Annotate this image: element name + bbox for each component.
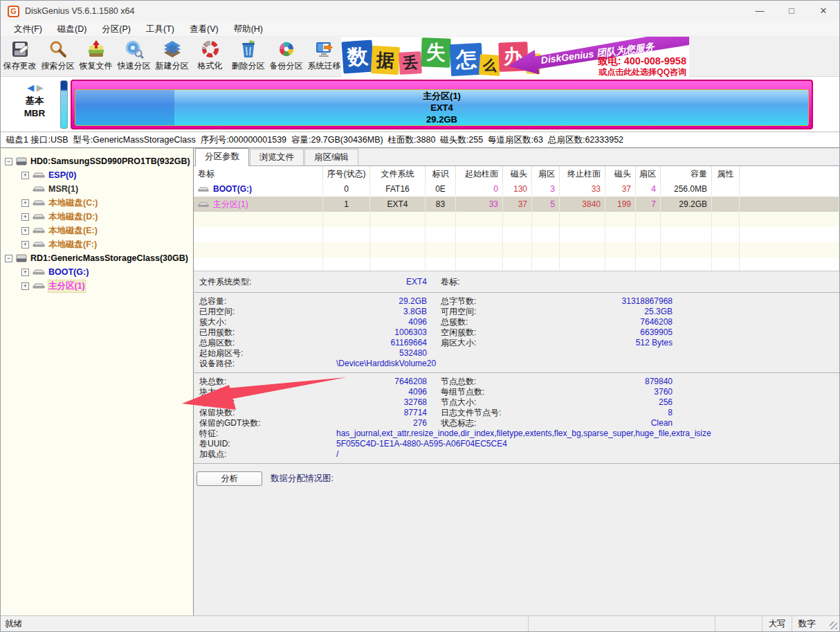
- partition-icon: [33, 240, 45, 249]
- system-migration-icon: [315, 39, 334, 60]
- right-panel: 分区参数 浏览文件 扇区编辑 卷标序号(状态) 文件系统标识 起始柱面磁头 扇区…: [194, 148, 839, 615]
- status-numlock: 数字: [792, 616, 821, 631]
- detail-label: 空闲簇数:: [441, 327, 565, 338]
- detail-label: 已用空间:: [199, 307, 336, 317]
- tab-browse-files[interactable]: 浏览文件: [250, 149, 304, 165]
- detail-label: 扇区大小:: [441, 338, 565, 348]
- delete-partition-button[interactable]: 删除分区: [229, 37, 267, 76]
- detail-value: 4096: [336, 317, 427, 327]
- tree-item-boot-g[interactable]: + BOOT(G:): [1, 265, 193, 279]
- tree-item-msr[interactable]: MSR(1): [1, 182, 193, 196]
- menu-disk[interactable]: 磁盘(D): [50, 21, 94, 37]
- backup-partition-button[interactable]: 备份分区: [267, 37, 305, 76]
- tree-item-local-f[interactable]: + 本地磁盘(F:): [1, 237, 193, 251]
- features-label: 特征:: [199, 428, 336, 439]
- app-logo-icon: G: [8, 6, 19, 17]
- status-segment: [715, 616, 762, 631]
- disk-bar[interactable]: 主分区(1) EXT4 29.2GB: [71, 80, 813, 129]
- tab-partition-parameters[interactable]: 分区参数: [195, 148, 249, 166]
- toolbar-label: 新建分区: [156, 60, 189, 72]
- collapse-icon[interactable]: −: [5, 255, 12, 262]
- tree-item-esp[interactable]: + ESP(0): [1, 168, 193, 182]
- expand-icon[interactable]: +: [21, 227, 29, 235]
- toolbar-label: 保存更改: [3, 60, 37, 72]
- detail-label: 保留的GDT块数:: [199, 418, 336, 428]
- partition-icon: [33, 226, 45, 235]
- ad-banner[interactable]: 数 据 丢 失 怎 么 办 ! DiskGenius 团队为您服务 致电: 40…: [341, 37, 689, 77]
- search-partition-icon: [48, 39, 68, 60]
- partition-icon: [33, 185, 45, 193]
- expand-icon[interactable]: +: [21, 269, 29, 276]
- quick-partition-button[interactable]: 快速分区: [115, 37, 153, 76]
- partition-filesystem: EXT4: [430, 102, 453, 114]
- resize-grip[interactable]: [821, 616, 839, 631]
- close-button[interactable]: ✕: [807, 1, 839, 21]
- analyze-button[interactable]: 分析: [197, 471, 262, 486]
- new-partition-button[interactable]: 新建分区: [153, 37, 191, 76]
- minimize-button[interactable]: —: [744, 1, 776, 21]
- tree-item-local-e[interactable]: + 本地磁盘(E:): [1, 224, 193, 237]
- detail-value: Clean: [565, 418, 673, 428]
- tree-item-primary-partition[interactable]: + 主分区(1): [1, 279, 193, 293]
- toolbar-label: 格式化: [198, 60, 223, 72]
- detail-label: 起始扇区号:: [199, 348, 336, 359]
- system-migration-button[interactable]: 系统迁移: [305, 37, 343, 76]
- toolbar-label: 恢复文件: [80, 60, 113, 72]
- toolbar-label: 快速分区: [118, 60, 151, 72]
- search-partition-button[interactable]: 搜索分区: [39, 37, 77, 76]
- partition-block[interactable]: 主分区(1) EXT4 29.2GB: [75, 89, 809, 126]
- detail-label: 节点总数:: [441, 377, 565, 387]
- expand-icon[interactable]: +: [21, 172, 29, 179]
- ad-qq-link[interactable]: 或点击此处选择QQ咨询: [599, 66, 686, 77]
- tree-item-local-c[interactable]: + 本地磁盘(C:): [1, 196, 193, 210]
- menu-view[interactable]: 查看(V): [182, 21, 226, 37]
- save-changes-button[interactable]: 保存更改: [1, 37, 39, 76]
- mount-point-label: 加载点:: [199, 449, 336, 460]
- status-bar: 就绪 大写 数字: [1, 615, 839, 631]
- expand-icon[interactable]: +: [21, 282, 29, 290]
- recover-files-button[interactable]: 恢复文件: [77, 37, 115, 76]
- tree-item-hd0[interactable]: − HD0:SamsungSSD990PRO1TB(932GB): [1, 154, 193, 168]
- volume-label-label: 卷标:: [441, 275, 565, 289]
- nav-back-icon[interactable]: ◀: [27, 82, 34, 93]
- tree-item-local-d[interactable]: + 本地磁盘(D:): [1, 210, 193, 224]
- detail-label: 状态标志:: [441, 418, 565, 428]
- partition-icon: [33, 171, 45, 179]
- menu-help[interactable]: 帮助(H): [226, 21, 271, 37]
- detail-value: 3760: [565, 387, 673, 397]
- expand-icon[interactable]: +: [21, 199, 29, 207]
- features-value: has_journal,ext_attr,resize_inode,dir_in…: [336, 428, 711, 439]
- disk-icon: [16, 156, 27, 166]
- toolbar-label: 搜索分区: [42, 60, 75, 72]
- save-changes-icon: [10, 39, 30, 60]
- tree-item-rd1[interactable]: − RD1:GenericMassStorageClass(30GB): [1, 251, 193, 265]
- volume-label-value: [565, 275, 673, 289]
- analysis-row: 分析 数据分配情况图:: [194, 467, 839, 491]
- menu-tools[interactable]: 工具(T): [138, 21, 182, 37]
- nav-forward-icon[interactable]: ▶: [37, 82, 44, 93]
- ad-tile: 失: [421, 37, 450, 67]
- menu-partition[interactable]: 分区(P): [94, 21, 138, 37]
- detail-value: 31318867968: [565, 296, 673, 307]
- collapse-icon[interactable]: −: [5, 158, 12, 165]
- disk-info-bar: 磁盘1 接口:USB 型号:GenericMassStorageClass 序列…: [1, 132, 839, 148]
- table-row-boot[interactable]: BOOT(G:) 0FAT16 0E0 1303 3337 4256.0MB: [194, 181, 839, 197]
- partition-icon: [33, 268, 45, 276]
- expand-icon[interactable]: +: [21, 241, 29, 249]
- format-button[interactable]: 格式化: [191, 37, 229, 76]
- expand-icon[interactable]: +: [21, 213, 29, 221]
- tab-bar: 分区参数 浏览文件 扇区编辑: [194, 148, 839, 166]
- disk-mode-label: 基本 MBR: [12, 95, 57, 120]
- ad-tile: 据: [371, 46, 400, 75]
- detail-label: 块大小:: [199, 387, 336, 397]
- detail-label: 总簇数:: [441, 317, 565, 327]
- detail-value: 7646208: [336, 377, 427, 387]
- menu-file[interactable]: 文件(F): [6, 21, 50, 37]
- detail-value: 3.8GB: [336, 307, 427, 317]
- partition-icon: [33, 213, 45, 221]
- tab-sector-edit[interactable]: 扇区编辑: [304, 149, 358, 165]
- detail-value: 256: [565, 397, 673, 408]
- quick-partition-icon: [125, 39, 144, 60]
- maximize-button[interactable]: □: [776, 1, 807, 21]
- table-row-primary-partition[interactable]: 主分区(1) 1EXT4 8333 375 3840199 729.2GB: [194, 197, 839, 212]
